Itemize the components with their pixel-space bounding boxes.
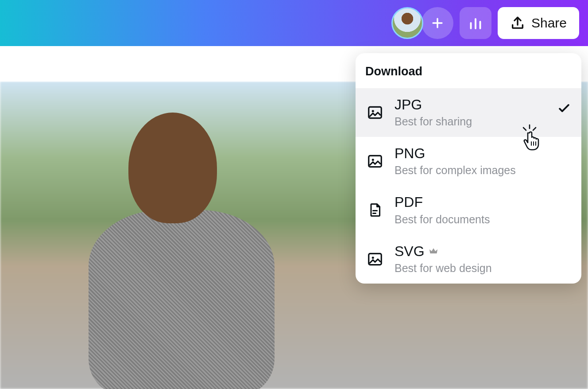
plus-icon — [430, 16, 445, 31]
option-title: PNG — [395, 146, 571, 161]
check-icon — [557, 101, 572, 117]
option-subtitle: Best for web design — [395, 262, 571, 275]
svg-point-1 — [372, 110, 374, 112]
analytics-button[interactable] — [460, 7, 491, 39]
option-subtitle: Best for complex images — [395, 164, 571, 177]
dropdown-title: Download — [356, 53, 581, 88]
photo-subject — [35, 95, 345, 389]
download-option-jpg[interactable]: JPG Best for sharing — [356, 88, 581, 137]
file-icon — [366, 201, 384, 219]
download-dropdown: Download JPG Best for sharing P — [356, 53, 581, 284]
option-subtitle: Best for sharing — [395, 115, 571, 128]
download-option-svg[interactable]: SVG Best for web design — [356, 235, 581, 284]
download-option-pdf[interactable]: PDF Best for documents — [356, 186, 581, 234]
upload-icon — [510, 16, 525, 31]
crown-icon — [429, 248, 438, 255]
svg-point-5 — [372, 257, 374, 259]
top-header: Share — [0, 0, 588, 46]
download-option-png[interactable]: PNG Best for complex images — [356, 137, 581, 186]
share-button[interactable]: Share — [498, 7, 579, 39]
option-subtitle: Best for documents — [395, 213, 571, 226]
user-avatar[interactable] — [391, 7, 423, 39]
image-icon — [366, 152, 384, 170]
share-button-label: Share — [531, 16, 567, 31]
bar-chart-icon — [468, 15, 484, 31]
svg-point-3 — [372, 159, 374, 161]
option-title: SVG — [395, 244, 571, 259]
image-icon — [366, 250, 384, 268]
option-title: PDF — [395, 194, 571, 210]
image-icon — [366, 104, 384, 121]
add-collaborator-button[interactable] — [422, 7, 453, 39]
option-title: JPG — [395, 97, 571, 113]
